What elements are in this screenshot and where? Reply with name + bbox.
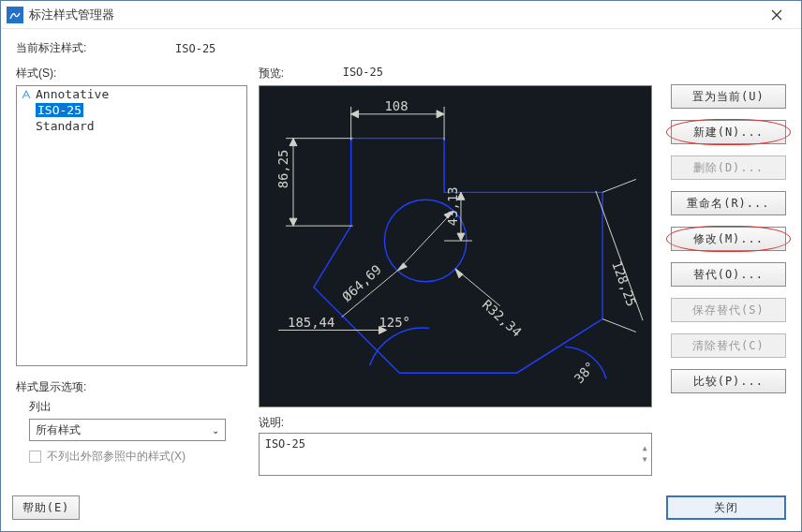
current-style-row: 当前标注样式: ISO-25: [16, 40, 786, 56]
modify-button[interactable]: 修改(M)...: [671, 227, 786, 251]
display-options-title: 样式显示选项:: [16, 379, 247, 395]
preview-label: 预览:: [259, 66, 343, 81]
new-button[interactable]: 新建(N)...: [671, 120, 786, 144]
checkbox-icon: [29, 451, 41, 463]
dim-radius: R32,34: [480, 297, 525, 340]
compare-button[interactable]: 比较(P)...: [671, 369, 786, 393]
clear-override-button: 清除替代(C): [671, 333, 786, 358]
delete-button: 删除(D)...: [671, 155, 786, 180]
dialog-content: 当前标注样式: ISO-25 样式(S): Annotative ISO-25: [1, 29, 801, 531]
dim-dia: Ø64,69: [339, 261, 384, 304]
style-item-label: Annotative: [36, 87, 109, 101]
save-override-button: 保存替代(S): [671, 298, 786, 322]
preview-style-name: ISO-25: [343, 66, 383, 81]
titlebar: 标注样式管理器: [1, 1, 801, 29]
description-label: 说明:: [259, 415, 652, 431]
chevron-up-icon[interactable]: ▲: [643, 446, 647, 451]
checkbox-label: 不列出外部参照中的样式(X): [47, 449, 186, 465]
set-current-button[interactable]: 置为当前(U): [671, 84, 786, 109]
list-item[interactable]: Standard: [17, 118, 246, 134]
dim-top: 108: [384, 98, 408, 113]
style-filter-dropdown[interactable]: 所有样式 ⌄: [29, 419, 226, 441]
current-style-value: ISO-25: [175, 42, 215, 55]
dim-ang-right: 38°: [571, 359, 598, 386]
list-item[interactable]: ISO-25: [17, 102, 246, 118]
description-text: ISO-25: [265, 437, 305, 471]
list-label: 列出: [29, 399, 247, 415]
close-icon[interactable]: [758, 2, 795, 28]
dim-vert-short: 43,13: [445, 186, 460, 226]
chevron-down-icon: ⌄: [212, 425, 219, 436]
description-box: ISO-25 ▲ ▼: [259, 433, 652, 476]
override-button[interactable]: 替代(O)...: [671, 262, 786, 287]
dim-diag: 128,25: [609, 259, 639, 308]
dialog-window: 标注样式管理器 当前标注样式: ISO-25 样式(S): Annotative: [0, 0, 802, 532]
help-button[interactable]: 帮助(E): [12, 495, 80, 520]
annotative-icon: [21, 89, 32, 100]
style-item-label: ISO-25: [36, 103, 83, 117]
preview-canvas: 108 86,25 43,13 Ø64,69 R32,34 128,25 125…: [259, 85, 652, 407]
list-item[interactable]: Annotative: [17, 86, 246, 102]
current-style-label: 当前标注样式:: [16, 40, 110, 56]
dropdown-value: 所有样式: [36, 422, 81, 438]
close-button[interactable]: 关闭: [666, 495, 786, 520]
styles-label: 样式(S):: [16, 66, 247, 81]
description-scroll[interactable]: ▲ ▼: [643, 446, 647, 463]
rename-button[interactable]: 重命名(R)...: [671, 191, 786, 215]
style-item-label: Standard: [36, 119, 95, 133]
dim-left: 86,25: [275, 149, 290, 188]
dim-angle: 125°: [379, 315, 410, 330]
app-icon: [7, 7, 23, 23]
window-title: 标注样式管理器: [29, 7, 758, 23]
svg-line-15: [602, 179, 636, 192]
svg-line-16: [602, 319, 636, 332]
style-list[interactable]: Annotative ISO-25 Standard: [16, 85, 247, 366]
dim-baseline: 185,44: [288, 315, 334, 330]
chevron-down-icon[interactable]: ▼: [643, 457, 647, 463]
exclude-xref-checkbox: 不列出外部参照中的样式(X): [29, 449, 247, 465]
